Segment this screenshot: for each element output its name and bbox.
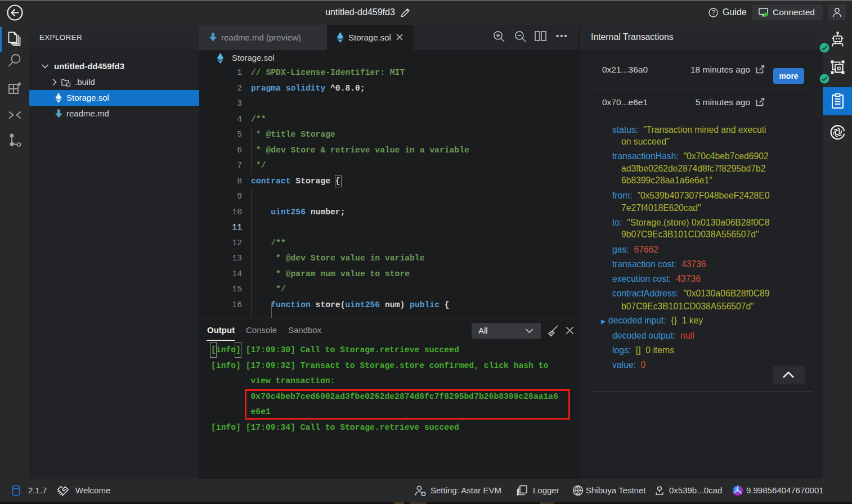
svg-text:?: ? xyxy=(711,9,715,16)
